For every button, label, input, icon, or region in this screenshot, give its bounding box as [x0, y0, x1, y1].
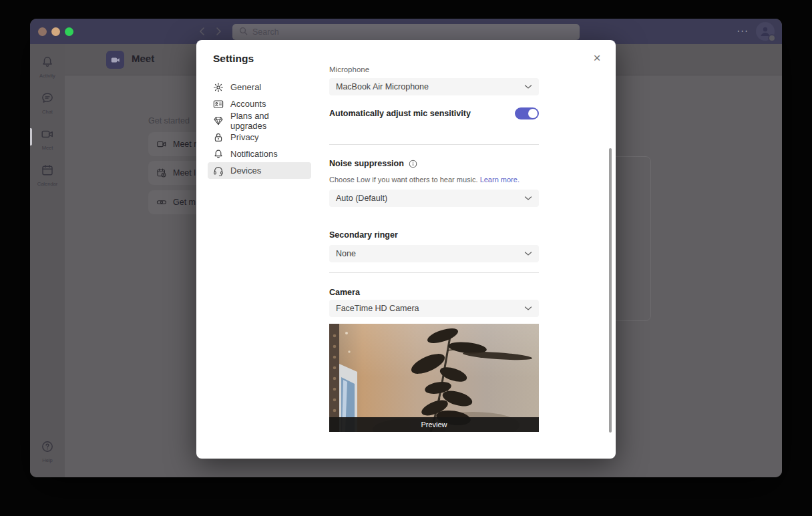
- help-icon: [41, 440, 54, 456]
- settings-title: Settings: [213, 53, 254, 65]
- sidebar-item-help[interactable]: Help: [30, 435, 65, 468]
- search-icon: [239, 27, 248, 37]
- chat-icon: [41, 91, 54, 107]
- secondary-ringer-label: Secondary ringer: [329, 230, 539, 240]
- sidebar: Activity Chat Meet Calendar: [30, 44, 65, 477]
- headset-icon: [213, 166, 224, 176]
- close-icon[interactable]: ×: [590, 51, 604, 65]
- lock-icon: [213, 132, 224, 143]
- bell-icon: [213, 149, 224, 160]
- sidebar-item-chat[interactable]: Chat: [30, 87, 65, 119]
- camera-preview: Preview: [329, 324, 539, 432]
- camera-label: Camera: [329, 288, 539, 297]
- preview-label: Preview: [421, 421, 447, 429]
- noise-suppression-label: Noise suppression: [329, 159, 404, 168]
- microphone-label: Microphone: [329, 67, 539, 73]
- sidebar-item-calendar[interactable]: Calendar: [30, 159, 65, 192]
- settings-nav-privacy[interactable]: Privacy: [208, 129, 311, 146]
- settings-nav-devices[interactable]: Devices: [208, 162, 311, 179]
- mic-sensitivity-label: Automatically adjust mic sensitivity: [329, 109, 471, 118]
- close-window-button[interactable]: [38, 27, 47, 36]
- meet-app-icon: [106, 51, 124, 69]
- toggle-knob: [528, 109, 538, 118]
- video-camera-icon: [41, 127, 54, 144]
- chevron-down-icon: [524, 196, 532, 201]
- fullscreen-window-button[interactable]: [65, 27, 73, 36]
- settings-nav-general[interactable]: General: [208, 79, 311, 95]
- id-card-icon: [213, 99, 224, 109]
- microphone-dropdown[interactable]: MacBook Air Microphone: [329, 78, 539, 95]
- sidebar-item-activity[interactable]: Activity: [30, 51, 65, 83]
- teams-window: Search ⋯ Activity Chat: [30, 19, 782, 477]
- learn-more-link[interactable]: Learn more.: [480, 176, 520, 184]
- avatar[interactable]: [756, 22, 775, 41]
- noise-suppression-dropdown[interactable]: Auto (Default): [329, 190, 539, 207]
- info-icon[interactable]: [409, 160, 417, 168]
- status-badge: [768, 34, 776, 42]
- settings-nav-plans[interactable]: Plans and upgrades: [208, 112, 311, 129]
- calendar-icon: [41, 164, 54, 180]
- settings-nav: General Accounts Plans and upgrades Priv…: [208, 79, 311, 179]
- divider: [329, 144, 539, 145]
- settings-modal: Settings × General Accounts Plans and up…: [196, 40, 616, 459]
- secondary-ringer-dropdown[interactable]: None: [329, 245, 539, 262]
- divider: [329, 272, 539, 273]
- calendar-plus-icon: [156, 168, 167, 178]
- sidebar-item-meet[interactable]: Meet: [30, 123, 65, 156]
- chevron-down-icon: [524, 306, 532, 311]
- modal-scrollbar[interactable]: [609, 148, 612, 433]
- camera-dropdown[interactable]: FaceTime HD Camera: [329, 300, 539, 317]
- mic-sensitivity-toggle[interactable]: [515, 107, 539, 119]
- devices-settings-panel: Microphone MacBook Air Microphone Automa…: [329, 67, 539, 457]
- forward-arrow-icon[interactable]: [212, 25, 224, 37]
- gear-icon: [213, 82, 224, 93]
- search-placeholder: Search: [252, 27, 279, 37]
- minimize-window-button[interactable]: [51, 27, 60, 36]
- bell-icon: [41, 55, 54, 71]
- settings-nav-notifications[interactable]: Notifications: [208, 146, 311, 162]
- link-icon: [156, 197, 167, 208]
- back-arrow-icon[interactable]: [196, 25, 208, 37]
- get-started-heading: Get started: [148, 116, 190, 125]
- chevron-down-icon: [524, 84, 532, 89]
- noise-suppression-description: Choose Low if you want others to hear mu…: [329, 176, 478, 184]
- chevron-down-icon: [524, 251, 532, 256]
- gem-icon: [213, 115, 224, 126]
- video-camera-icon: [156, 139, 167, 150]
- more-options-icon[interactable]: ⋯: [737, 24, 749, 38]
- search-input[interactable]: Search: [232, 24, 580, 40]
- settings-nav-accounts[interactable]: Accounts: [208, 95, 311, 112]
- page-title: Meet: [132, 53, 154, 64]
